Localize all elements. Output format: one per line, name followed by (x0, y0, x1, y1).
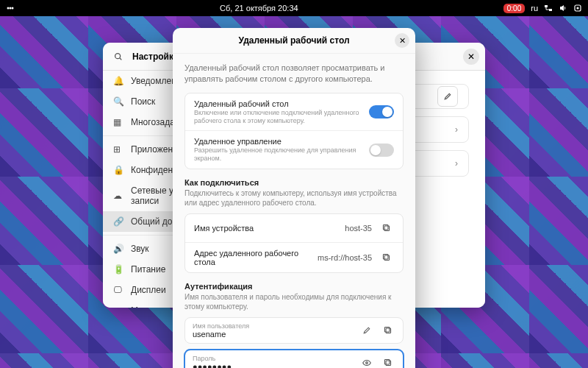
svg-rect-8 (384, 227, 390, 232)
password-value: ●●●●●●●● (193, 362, 354, 368)
field-label: Имя пользователя (193, 322, 354, 330)
toggle-switch[interactable] (369, 144, 394, 157)
toggle-subtitle: Включение или отключение подключений уда… (194, 109, 363, 125)
username-value: usename (193, 330, 354, 339)
svg-rect-9 (383, 225, 388, 230)
toggle-switch[interactable] (369, 105, 394, 118)
modal-backdrop: Удаленный рабочий стол ✕ Удаленный рабоч… (0, 0, 588, 368)
modal-intro: Удаленный рабочий стол позволяет просмат… (184, 63, 404, 85)
svg-rect-16 (384, 360, 390, 365)
copy-icon[interactable] (378, 250, 394, 266)
modal-title: Удаленный рабочий стол (238, 35, 349, 46)
copy-icon[interactable] (379, 322, 395, 339)
toggle-row-remote-control: Удаленное управление Разрешить удаленное… (185, 130, 403, 169)
svg-rect-12 (386, 329, 391, 334)
svg-rect-15 (386, 361, 391, 367)
toggle-row-remote-desktop: Удаленный рабочий стол Включение или отк… (185, 93, 403, 131)
toggle-title: Удаленный рабочий стол (194, 99, 363, 108)
field-label: Пароль (193, 355, 354, 362)
toggle-subtitle: Разрешить удаленное подключение для упра… (194, 146, 363, 163)
section-subtitle: Подключитесь к этому компьютеру, использ… (184, 188, 404, 208)
copy-icon[interactable] (378, 220, 394, 236)
connect-info-group: Имя устройства host-35 Адрес удаленного … (184, 213, 404, 273)
edit-icon[interactable] (359, 322, 375, 339)
toggle-title: Удаленное управление (194, 137, 363, 146)
row-label: Имя устройства (194, 224, 339, 233)
svg-rect-11 (383, 255, 388, 260)
password-field[interactable]: Пароль ●●●●●●●● (184, 350, 404, 368)
svg-point-14 (366, 362, 368, 364)
remote-address-row: Адрес удаленного рабочего стола ms-rd://… (185, 242, 403, 272)
section-subtitle: Имя пользователя и пароль необходимы для… (184, 292, 404, 311)
remote-address-value: ms-rd://host-35 (318, 253, 372, 262)
svg-rect-10 (384, 256, 390, 261)
row-label: Адрес удаленного рабочего стола (194, 249, 312, 266)
device-name-row: Имя устройства host-35 (185, 214, 403, 242)
section-heading-connect: Как подключиться (184, 178, 404, 187)
svg-rect-13 (384, 328, 390, 333)
eye-icon[interactable] (359, 355, 375, 368)
copy-icon[interactable] (379, 355, 395, 368)
modal-header: Удаленный рабочий стол ✕ (173, 28, 415, 54)
close-icon[interactable]: ✕ (395, 33, 409, 48)
section-heading-auth: Аутентификация (184, 282, 404, 291)
remote-desktop-modal: Удаленный рабочий стол ✕ Удаленный рабоч… (173, 28, 415, 368)
toggle-group: Удаленный рабочий стол Включение или отк… (184, 93, 404, 169)
device-name-value: host-35 (345, 224, 372, 233)
username-field[interactable]: Имя пользователя usename (184, 317, 404, 344)
